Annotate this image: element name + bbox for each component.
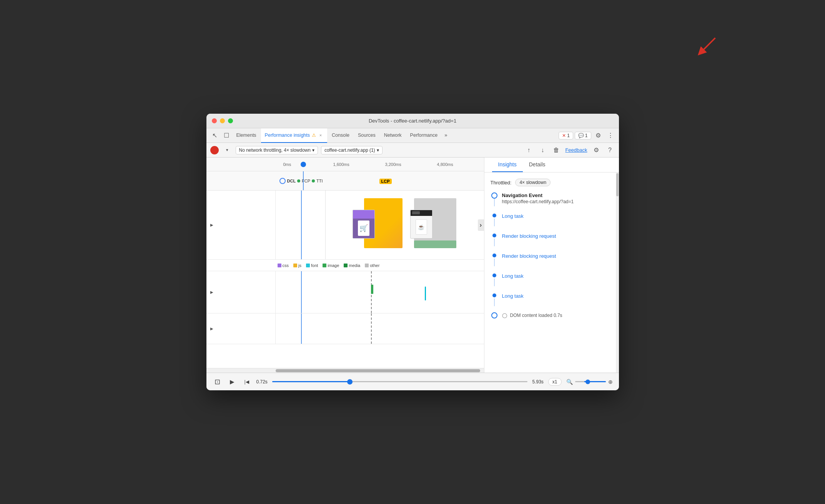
dom-loaded-line (491, 312, 498, 318)
toolbar: ▾ No network throttling, 4× slowdown ▾ c… (206, 143, 619, 158)
tab-performance-label: Performance (410, 133, 438, 138)
device-toolbar-button[interactable]: ☐ (221, 130, 232, 141)
nav-title: Navigation Event (502, 192, 574, 198)
error-badge-button[interactable]: ✕ 1 (559, 132, 573, 139)
skip-start-button[interactable]: |◀ (242, 377, 252, 387)
long-task-1-line (491, 212, 498, 226)
site-dropdown[interactable]: coffee-cart.netlify.app (1) ▾ (321, 146, 383, 154)
render-blocking-2-vline (494, 259, 495, 266)
main-dashed-line (371, 313, 372, 344)
minimize-button[interactable] (220, 118, 225, 123)
screenshot-thumb-2: ☕ (410, 210, 432, 239)
tab-insights[interactable]: Insights (492, 158, 523, 172)
long-task-2-link[interactable]: Long task (502, 273, 524, 279)
main-content: 0ms 1,600ms 3,200ms 4,800ms DCL FC (206, 158, 619, 373)
tab-details[interactable]: Details (523, 158, 552, 172)
long-task-3-event: Long task (491, 292, 610, 306)
lcp-badge: LCP (379, 179, 392, 184)
dom-loaded-info: ◯ DOM content loaded 0.7s (502, 312, 562, 318)
tab-sources-label: Sources (358, 133, 376, 138)
cyan-bar (425, 287, 426, 300)
cursor-tool-button[interactable]: ↖ (210, 130, 220, 141)
message-count: 1 (585, 133, 588, 138)
legend-media: media (344, 263, 360, 268)
panel-settings-button[interactable]: ⚙ (591, 145, 601, 155)
traffic-lights (212, 118, 233, 123)
expand-arrow-icon[interactable]: ▶ (210, 223, 213, 227)
scrollbar-thumb[interactable] (276, 369, 480, 372)
tab-performance-insights[interactable]: Performance insights ⚠ × (261, 128, 327, 143)
settings-button[interactable]: ⚙ (593, 130, 604, 141)
right-panel: Insights Details Throttled: 4× slowdown (484, 158, 619, 373)
legend-js: js (293, 263, 301, 268)
long-task-2-event: Long task (491, 272, 610, 286)
delete-icon: 🗑 (553, 147, 559, 154)
timeline-scrubber[interactable] (301, 162, 306, 167)
fcp-dot (297, 179, 300, 182)
close-button[interactable] (212, 118, 217, 123)
legend-other: other (365, 263, 379, 268)
font-legend-label: font (311, 263, 318, 268)
panel-scrollbar-thumb[interactable] (616, 173, 619, 196)
tab-close-button[interactable]: × (318, 133, 323, 138)
long-task-3-dot (492, 293, 496, 297)
dom-loaded-circle (491, 312, 497, 318)
panel-tabs: Insights Details (484, 158, 619, 172)
main-expand-arrow-icon[interactable]: ▶ (210, 327, 213, 331)
tab-more-button[interactable]: » (442, 128, 449, 143)
throttle-dropdown[interactable]: No network throttling, 4× slowdown ▾ (236, 146, 318, 154)
timeline-panel: 0ms 1,600ms 3,200ms 4,800ms DCL FC (206, 158, 484, 373)
expand-right-button[interactable]: › (478, 219, 484, 231)
nav-info: Navigation Event https://coffee-cart.net… (502, 192, 574, 206)
start-time: 0.72s (256, 379, 268, 385)
help-button[interactable]: ? (605, 145, 615, 155)
tab-elements-label: Elements (236, 133, 256, 138)
tab-performance[interactable]: Performance (406, 128, 442, 143)
track-screenshots: ▶ (206, 191, 484, 260)
upload-button[interactable]: ↑ (524, 145, 534, 155)
tti-label: TTI (316, 179, 323, 183)
tab-network[interactable]: Network (380, 128, 406, 143)
zoom-out-icon[interactable]: 🔍 (566, 379, 573, 385)
track-network: ▶ (206, 271, 484, 313)
throttle-value-badge: 4× slowdown (515, 179, 551, 186)
render-blocking-1-event: Render blocking request (491, 232, 610, 246)
legend-row: css js font image (206, 260, 484, 271)
long-task-1-link[interactable]: Long task (502, 213, 524, 219)
panel-scrollbar[interactable] (616, 172, 619, 373)
dcl-marker: DCL (287, 179, 296, 183)
feedback-link[interactable]: Feedback (565, 147, 587, 153)
message-badge-button[interactable]: 💬 1 (575, 132, 591, 139)
play-button[interactable]: ▶ (227, 377, 237, 387)
zoom-slider[interactable] (575, 381, 606, 382)
tab-sources[interactable]: Sources (354, 128, 379, 143)
render-blocking-2-link[interactable]: Render blocking request (502, 253, 556, 259)
horizontal-scrollbar[interactable] (206, 368, 484, 373)
delete-button[interactable]: 🗑 (551, 145, 561, 155)
throttle-caret-icon: ▾ (312, 148, 314, 153)
js-color-dot (293, 264, 297, 267)
tab-console[interactable]: Console (328, 128, 353, 143)
download-button[interactable]: ↓ (537, 145, 547, 155)
network-expand-arrow-icon[interactable]: ▶ (210, 290, 213, 294)
record-dropdown-button[interactable]: ▾ (222, 145, 233, 156)
more-options-button[interactable]: ⋮ (605, 130, 616, 141)
long-task-3-info: Long task (502, 292, 524, 306)
dcl-label: DCL (287, 179, 296, 183)
font-color-dot (306, 264, 310, 267)
playback-slider[interactable] (272, 381, 528, 382)
long-task-3-link[interactable]: Long task (502, 293, 524, 299)
tab-bar-right: ✕ 1 💬 1 ⚙ ⋮ (559, 130, 615, 141)
captions-button[interactable]: ⊡ (213, 377, 223, 387)
record-button[interactable] (210, 146, 219, 154)
site-label: coffee-cart.netlify.app (1) (324, 148, 375, 153)
tab-elements[interactable]: Elements (233, 128, 260, 143)
image-color-dot (323, 264, 326, 267)
filmstrip-row: DCL FCP TTI LCP (206, 171, 484, 191)
zoom-in-icon[interactable]: ⊕ (608, 379, 613, 385)
media-color-dot (344, 264, 348, 267)
zoom-controls: 🔍 ⊕ (566, 379, 613, 385)
maximize-button[interactable] (228, 118, 233, 123)
render-blocking-1-link[interactable]: Render blocking request (502, 233, 556, 239)
long-task-2-info: Long task (502, 272, 524, 286)
